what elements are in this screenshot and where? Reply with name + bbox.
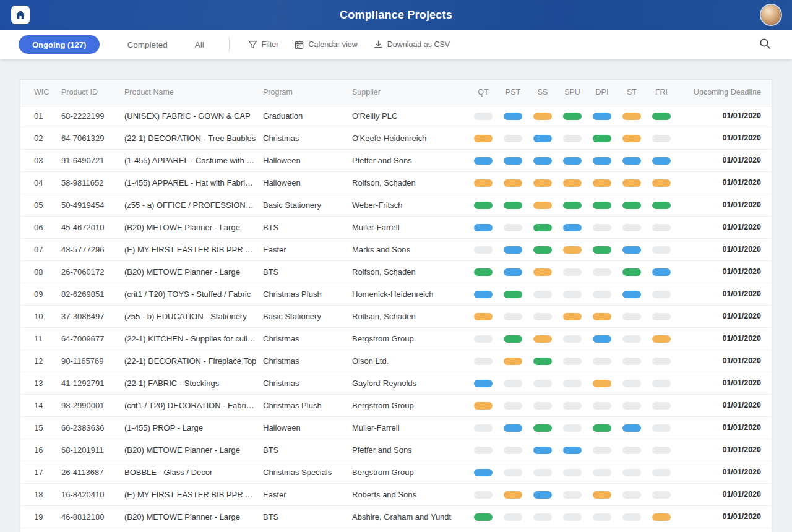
table-row[interactable]: 06 45-4672010 (B20) METOWE Planner - Lar… [20, 216, 772, 238]
table-row[interactable]: 03 91-6490721 (1-455) APPAREL - Costume … [20, 149, 772, 171]
status-pill-orange [563, 246, 582, 254]
search-button[interactable] [757, 35, 773, 54]
table-row[interactable]: 17 26-4113687 BOBBLE - Glass / Decor Chr… [20, 461, 772, 483]
status-cell [647, 327, 676, 350]
table-row[interactable]: 15 66-2383636 (1-455) PROP - Large Hallo… [20, 416, 772, 439]
status-pill-blue [474, 224, 493, 231]
home-button[interactable] [11, 6, 30, 24]
status-pill-orange [474, 135, 493, 142]
wic-cell: 10 [20, 305, 61, 327]
status-cell [468, 149, 498, 171]
status-cell [557, 350, 587, 372]
status-pill-green [593, 246, 611, 254]
status-pill-blue [593, 335, 611, 343]
status-cell [528, 194, 557, 216]
product-id-cell: 58-9811652 [61, 171, 124, 194]
status-cell [498, 305, 528, 327]
status-cell [557, 416, 587, 439]
download-csv-button[interactable]: Download as CSV [374, 40, 450, 49]
status-pill-orange [474, 179, 493, 187]
status-pill-gray [563, 380, 582, 387]
table-row[interactable]: 12 90-1165769 (22-1) DECORATION - Firepl… [20, 350, 772, 372]
app-header: Compliance Projects [0, 0, 792, 30]
status-pill-gray [533, 402, 552, 410]
product-id-cell: 90-1165769 [61, 350, 124, 372]
status-pill-gray [593, 447, 611, 454]
status-pill-green [504, 202, 522, 209]
status-pill-green [504, 335, 522, 343]
col-st: ST [617, 80, 647, 105]
product-name-cell: (crit1 / T20) TOYS - Stuffed / Fabric [124, 283, 263, 305]
product-name-cell: (B20) METOWE Planner - Large [124, 439, 263, 461]
product-name-cell: (E) MY FIRST EASTER BIB PPR A… [124, 238, 263, 260]
table-row[interactable]: 07 48-5777296 (E) MY FIRST EASTER BIB PP… [20, 238, 772, 260]
status-pill-blue [652, 268, 671, 276]
program-cell: BTS [263, 505, 352, 528]
status-cell [498, 216, 528, 238]
wic-cell: 13 [20, 372, 61, 394]
wic-cell: 01 [20, 105, 61, 127]
supplier-cell: Rolfson, Schaden [352, 305, 468, 327]
product-id-cell: 82-6269851 [61, 283, 124, 305]
status-cell [587, 283, 617, 305]
tab-completed[interactable]: Completed [127, 40, 167, 49]
deadline-cell: 01/01/2020 [676, 483, 772, 505]
status-pill-blue [533, 491, 552, 499]
status-cell [647, 305, 676, 327]
program-cell: Graduation [263, 105, 352, 127]
product-name-cell: (UNISEX) FABRIC - GOWN & CAP [124, 105, 263, 127]
status-cell [498, 238, 528, 260]
status-pill-gray [652, 313, 671, 320]
table-row[interactable]: 13 41-1292791 (22-1) FABRIC - Stockings … [20, 372, 772, 394]
status-pill-green [652, 113, 671, 120]
status-cell [647, 372, 676, 394]
status-pill-gray [474, 113, 493, 120]
col-ss: SS [528, 80, 557, 105]
status-pill-blue [622, 157, 641, 165]
product-name-cell: (22-1) FABRIC - Stockings [124, 372, 263, 394]
tab-all[interactable]: All [195, 40, 204, 49]
supplier-cell: O'Keefe-Heidenreich [352, 127, 468, 149]
table-row[interactable]: 04 58-9811652 (1-455) APPAREL - Hat with… [20, 171, 772, 194]
status-pill-gray [533, 469, 552, 476]
col-dpi: DPI [587, 80, 617, 105]
status-pill-gray [533, 513, 552, 521]
table-row[interactable]: 14 98-2990001 (crit1 / T20) DECORATION -… [20, 394, 772, 416]
status-cell [468, 439, 498, 461]
status-pill-gray [652, 224, 671, 231]
status-pill-gray [652, 491, 671, 499]
table-row[interactable]: 16 68-1201911 (B20) METOWE Planner - Lar… [20, 439, 772, 461]
status-pill-green [533, 224, 552, 231]
table-row[interactable]: 10 37-3086497 (z55 - b) EDUCATION - Stat… [20, 305, 772, 327]
product-id-cell: 98-2990001 [61, 394, 124, 416]
status-pill-gray [563, 358, 582, 365]
table-row[interactable]: 19 46-8812180 (B20) METOWE Planner - Lar… [20, 505, 772, 528]
table-row[interactable]: 01 68-2222199 (UNISEX) FABRIC - GOWN & C… [20, 105, 772, 127]
status-cell [617, 238, 647, 260]
table-row[interactable]: 05 50-4919454 (z55 - a) OFFICE / PROFESS… [20, 194, 772, 216]
tab-ongoing[interactable]: Ongoing (127) [19, 35, 100, 54]
filter-button[interactable]: Filter [248, 40, 279, 49]
status-pill-orange [504, 358, 522, 365]
table-row[interactable]: 02 64-7061329 (22-1) DECORATION - Tree B… [20, 127, 772, 149]
table-row[interactable]: 09 82-6269851 (crit1 / T20) TOYS - Stuff… [20, 283, 772, 305]
table-row[interactable]: 08 26-7060172 (B20) METOWE Planner - Lar… [20, 260, 772, 283]
status-pill-green [533, 424, 552, 432]
status-pill-blue [563, 447, 582, 454]
status-cell [587, 350, 617, 372]
program-cell: Christmas [263, 350, 352, 372]
table-row[interactable]: 11 64-7009677 (22-1) KITCHEN - Supplies … [20, 327, 772, 350]
product-id-cell: 41-1292791 [61, 372, 124, 394]
program-cell: BTS [263, 260, 352, 283]
wic-cell: 06 [20, 216, 61, 238]
table-row[interactable]: 18 16-8420410 (E) MY FIRST EASTER BIB PP… [20, 483, 772, 505]
status-cell [468, 216, 498, 238]
status-cell [617, 461, 647, 483]
wic-cell: 03 [20, 149, 61, 171]
status-pill-gray [593, 358, 611, 365]
user-avatar[interactable] [761, 5, 781, 25]
status-cell [528, 416, 557, 439]
calendar-view-button[interactable]: Calendar view [295, 40, 357, 49]
status-cell [587, 105, 617, 127]
status-pill-gray [622, 335, 641, 343]
